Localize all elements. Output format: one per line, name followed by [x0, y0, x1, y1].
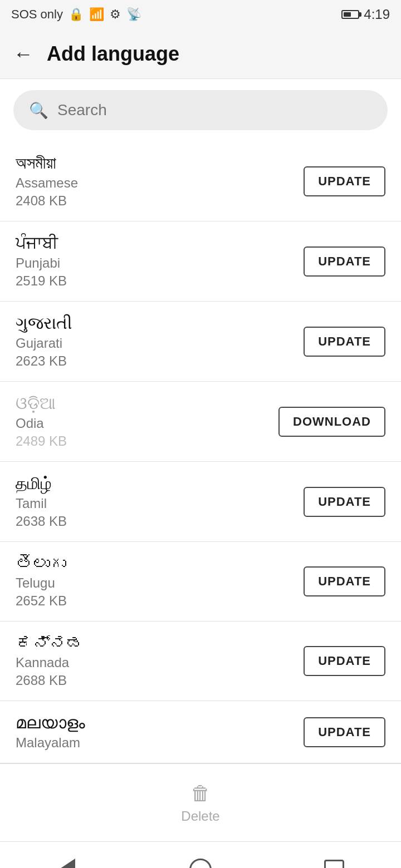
language-list: অসমীয়াAssamese2408 KBUPDATEਪੰਜਾਬੀPunjab… — [0, 141, 401, 763]
search-bar[interactable]: 🔍 — [13, 90, 388, 130]
status-right: 4:19 — [341, 7, 390, 22]
language-info: മലയാളംMalayalam — [16, 713, 85, 751]
delete-area[interactable]: 🗑 Delete — [181, 782, 219, 824]
language-native-name: অসমীয়া — [16, 154, 78, 173]
status-bar: SOS only 🔒 📶 ⚙ 📡 4:19 — [0, 0, 401, 29]
list-item: తెలుగుTelugu2652 KBUPDATE — [0, 542, 401, 622]
language-native-name: ಕನ್ನಡ — [16, 634, 83, 653]
language-info: தமிழ்Tamil2638 KB — [16, 474, 67, 529]
search-icon: 🔍 — [29, 101, 48, 120]
download-button[interactable]: DOWNLOAD — [278, 407, 385, 437]
recent-nav-button[interactable] — [312, 853, 356, 869]
update-button[interactable]: UPDATE — [304, 646, 385, 676]
list-item: ಕನ್ನಡKannada2688 KBUPDATE — [0, 622, 401, 701]
home-nav-button[interactable] — [178, 853, 223, 869]
sim-icon: 🔒 — [69, 7, 84, 22]
back-button[interactable]: ← — [13, 42, 33, 66]
list-item: ଓଡ଼ିଆOdia2489 KBDOWNLOAD — [0, 382, 401, 462]
language-english-name: Malayalam — [16, 735, 85, 751]
language-native-name: മലയാളം — [16, 713, 85, 733]
wifi-icon: 📶 — [89, 7, 104, 22]
language-english-name: Assamese — [16, 175, 78, 191]
delete-label: Delete — [181, 808, 219, 824]
language-english-name: Gujarati — [16, 336, 72, 351]
sos-text: SOS only — [11, 7, 63, 22]
update-button[interactable]: UPDATE — [304, 566, 385, 596]
language-info: తెలుగుTelugu2652 KB — [16, 554, 67, 609]
language-native-name: தமிழ் — [16, 474, 67, 494]
nav-bar — [0, 841, 401, 868]
language-english-name: Punjabi — [16, 255, 67, 271]
recent-nav-icon — [324, 860, 344, 869]
language-english-name: Tamil — [16, 496, 67, 511]
language-info: ಕನ್ನಡKannada2688 KB — [16, 634, 83, 688]
bottom-bar: 🗑 Delete — [0, 763, 401, 841]
status-left: SOS only 🔒 📶 ⚙ 📡 — [11, 7, 141, 22]
update-button[interactable]: UPDATE — [304, 327, 385, 357]
list-item: ગુજરાતીGujarati2623 KBUPDATE — [0, 302, 401, 382]
settings-icon: ⚙ — [110, 7, 121, 22]
page-title: Add language — [47, 42, 179, 66]
language-english-name: Odia — [16, 416, 67, 431]
language-english-name: Kannada — [16, 655, 83, 670]
update-button[interactable]: UPDATE — [304, 487, 385, 517]
back-nav-icon — [58, 859, 75, 869]
language-size: 2519 KB — [16, 273, 67, 289]
header: ← Add language — [0, 29, 401, 79]
language-size: 2652 KB — [16, 593, 67, 609]
language-size: 2638 KB — [16, 514, 67, 529]
update-button[interactable]: UPDATE — [304, 717, 385, 747]
language-native-name: ગુજરાતી — [16, 314, 72, 333]
update-button[interactable]: UPDATE — [304, 166, 385, 196]
language-size: 2623 KB — [16, 353, 72, 369]
signal-icon: 📡 — [126, 7, 141, 22]
language-info: ਪੰਜਾਬੀPunjabi2519 KB — [16, 234, 67, 289]
back-nav-button[interactable] — [45, 853, 89, 869]
language-native-name: ଓଡ଼ିଆ — [16, 394, 67, 413]
language-info: অসমীয়াAssamese2408 KB — [16, 154, 78, 209]
battery-icon — [341, 10, 359, 19]
list-item: தமிழ்Tamil2638 KBUPDATE — [0, 462, 401, 542]
list-item: മലയാളംMalayalamUPDATE — [0, 701, 401, 763]
update-button[interactable]: UPDATE — [304, 246, 385, 277]
language-size: 2489 KB — [16, 433, 67, 449]
language-native-name: తెలుగు — [16, 554, 67, 573]
language-info: ગુજરાતીGujarati2623 KB — [16, 314, 72, 369]
language-info: ଓଡ଼ିଆOdia2489 KB — [16, 394, 67, 449]
search-container: 🔍 — [0, 79, 401, 141]
home-nav-icon — [189, 859, 212, 869]
time-display: 4:19 — [364, 7, 390, 22]
search-input[interactable] — [57, 101, 372, 119]
trash-icon: 🗑 — [190, 782, 211, 805]
list-item: ਪੰਜਾਬੀPunjabi2519 KBUPDATE — [0, 221, 401, 302]
list-item: অসমীয়াAssamese2408 KBUPDATE — [0, 141, 401, 221]
language-english-name: Telugu — [16, 575, 67, 591]
language-native-name: ਪੰਜਾਬੀ — [16, 234, 67, 253]
language-size: 2688 KB — [16, 673, 83, 688]
language-size: 2408 KB — [16, 193, 78, 209]
